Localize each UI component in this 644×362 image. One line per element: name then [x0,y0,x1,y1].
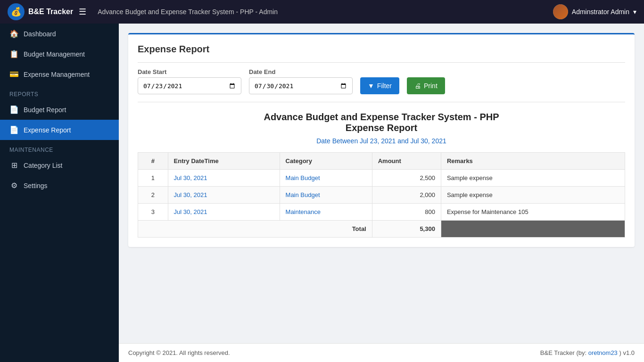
brand-icon-symbol: 💰 [11,7,21,17]
expense-management-icon: 💳 [9,70,19,79]
sidebar-item-dashboard[interactable]: 🏠 Dashboard [0,24,119,44]
table-header-row: # Entry DateTime Category Amount Remarks [138,153,625,170]
footer-copyright: Copyright © 2021. All rights reserved. [128,349,230,356]
sidebar-item-category-list[interactable]: ⊞ Category List [0,155,119,175]
sidebar-label-settings: Settings [24,182,48,189]
avatar [553,4,568,19]
navbar-left: 💰 B&E Tracker ☰ Advance Budget and Expen… [8,3,278,20]
sidebar-label-dashboard: Dashboard [24,30,56,38]
page-title: Expense Report [138,44,625,55]
category-list-icon: ⊞ [9,161,19,170]
sidebar-label-expense-report: Expense Report [24,126,71,134]
sidebar-item-settings[interactable]: ⚙ Settings [0,175,119,196]
cell-category: Main Budget [280,170,372,187]
date-start-label: Date Start [138,68,241,75]
col-category: Category [280,153,372,170]
table-row: 3 Jul 30, 2021 Maintenance 800 Expense f… [138,204,625,221]
date-start-input[interactable] [138,77,241,94]
filter-button-label: Filter [377,82,392,90]
sidebar: 🏠 Dashboard 📋 Budget Management 💳 Expens… [0,24,119,362]
brand: 💰 B&E Tracker [8,3,73,20]
cell-category: Main Budget [280,187,372,204]
footer-author-link[interactable]: oretnom23 [588,349,618,356]
col-entry-datetime: Entry DateTime [168,153,280,170]
divider2 [138,102,625,102]
date-end-input[interactable] [249,77,353,94]
cell-date: Jul 30, 2021 [168,170,280,187]
table-row: 2 Jul 30, 2021 Main Budget 2,000 Sample … [138,187,625,204]
print-button[interactable]: 🖨 Print [407,77,445,94]
navbar: 💰 B&E Tracker ☰ Advance Budget and Expen… [0,0,644,24]
divider [138,62,625,63]
sidebar-item-budget-management[interactable]: 📋 Budget Management [0,44,119,64]
cell-date: Jul 30, 2021 [168,204,280,221]
admin-name[interactable]: Adminstrator Admin [572,8,629,16]
cell-remarks: Expense for Maintenance 105 [441,204,625,221]
navbar-right: Adminstrator Admin ▾ [553,4,636,19]
report-title-line1: Advance Budget and Expense Tracker Syste… [138,112,625,123]
date-range-text: Date Between Jul 23, 2021 and Jul 30, 20… [138,137,625,145]
date-end-group: Date End [249,68,353,94]
report-title-line2: Expense Report [138,123,625,133]
sidebar-label-budget-report: Budget Report [24,106,66,114]
cell-amount: 2,500 [372,170,441,187]
admin-dropdown-icon[interactable]: ▾ [633,8,636,16]
dashboard-icon: 🏠 [9,29,19,38]
col-amount: Amount [372,153,441,170]
rights-text: All rights reserved. [179,349,230,356]
maintenance-section-label: Maintenance [0,140,119,155]
total-label: Total [138,221,372,238]
total-row: Total 5,300 [138,221,625,238]
hamburger-icon[interactable]: ☰ [79,7,86,17]
sidebar-label-budget-management: Budget Management [24,50,85,58]
col-num: # [138,153,168,170]
cell-category: Maintenance [280,204,372,221]
content-card: Expense Report Date Start Date End ▼ Fil… [128,33,635,247]
brand-name: B&E Tracker [28,8,73,16]
navbar-title: Advance Budget and Expense Tracker Syste… [98,8,278,16]
cell-remarks: Sample expense [441,170,625,187]
cell-remarks: Sample expense [441,187,625,204]
main-content: Expense Report Date Start Date End ▼ Fil… [119,24,644,343]
footer-brand: B&E Tracker (by: oretnom23 ) v1.0 [540,349,635,356]
total-amount: 5,300 [372,221,441,238]
table-row: 1 Jul 30, 2021 Main Budget 2,500 Sample … [138,170,625,187]
avatar-image [553,4,568,19]
table-wrapper: # Entry DateTime Category Amount Remarks… [138,152,625,238]
sidebar-item-expense-report[interactable]: 📄 Expense Report [0,120,119,140]
cell-num: 3 [138,204,168,221]
filter-button[interactable]: ▼ Filter [360,77,399,94]
print-icon: 🖨 [414,82,421,90]
total-empty [441,221,625,238]
date-end-label: Date End [249,68,353,75]
budget-report-icon: 📄 [9,105,19,114]
expense-table: # Entry DateTime Category Amount Remarks… [138,152,625,238]
expense-report-icon: 📄 [9,125,19,134]
table-body: 1 Jul 30, 2021 Main Budget 2,500 Sample … [138,170,625,238]
cell-num: 2 [138,187,168,204]
sidebar-label-expense-management: Expense Management [24,71,90,78]
sidebar-item-expense-management[interactable]: 💳 Expense Management [0,64,119,84]
date-start-group: Date Start [138,68,241,94]
budget-management-icon: 📋 [9,49,19,58]
sidebar-label-category-list: Category List [24,162,62,169]
filter-row: Date Start Date End ▼ Filter 🖨 Print [138,68,625,94]
cell-amount: 800 [372,204,441,221]
filter-icon: ▼ [368,82,374,90]
footer-brand-text: B&E Tracker (by: [540,349,586,356]
footer-version: ) v1.0 [619,349,635,356]
print-button-label: Print [424,82,438,90]
cell-num: 1 [138,170,168,187]
brand-icon: 💰 [8,3,25,20]
col-remarks: Remarks [441,153,625,170]
report-header: Advance Budget and Expense Tracker Syste… [138,112,625,145]
copyright-text: Copyright © 2021. [128,349,178,356]
reports-section-label: Reports [0,84,119,99]
cell-date: Jul 30, 2021 [168,187,280,204]
cell-amount: 2,000 [372,187,441,204]
settings-icon: ⚙ [9,181,19,190]
footer: Copyright © 2021. All rights reserved. B… [119,343,644,362]
sidebar-item-budget-report[interactable]: 📄 Budget Report [0,99,119,120]
